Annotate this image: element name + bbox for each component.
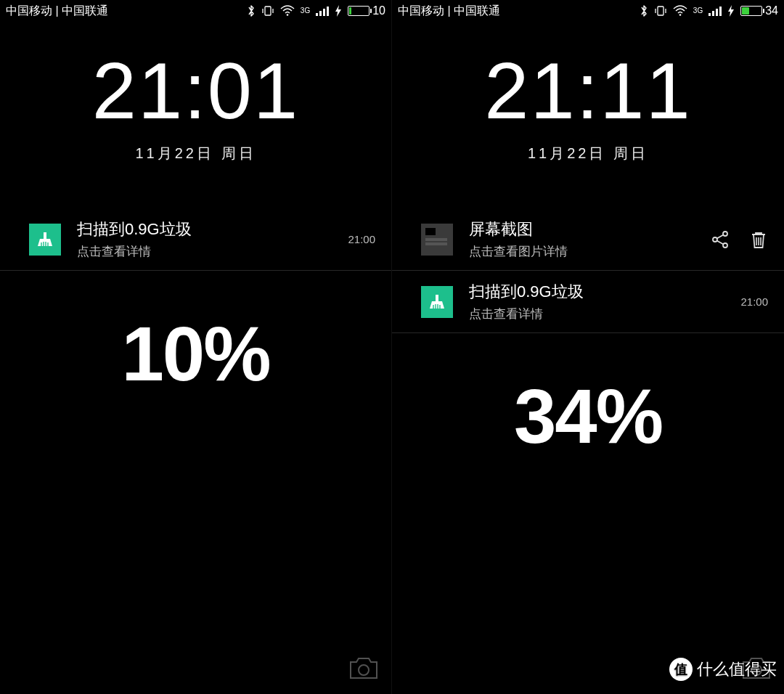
bluetooth-icon — [247, 4, 256, 17]
lock-date: 11月22日 周日 — [0, 144, 391, 163]
watermark-badge: 值 — [669, 658, 693, 681]
svg-rect-13 — [719, 7, 722, 16]
battery-icon — [740, 6, 762, 16]
charging-icon — [335, 5, 342, 17]
svg-point-1 — [287, 14, 289, 16]
notification-subtitle: 点击查看图片详情 — [469, 243, 694, 260]
signal-icon — [316, 6, 329, 16]
broom-icon — [421, 286, 453, 318]
carrier-label: 中国移动 | 中国联通 — [6, 4, 247, 19]
battery-icon — [348, 6, 369, 16]
svg-rect-11 — [712, 11, 714, 16]
battery-text: 10 — [372, 4, 385, 17]
bluetooth-icon — [640, 4, 648, 17]
watermark: 值 什么值得买 — [669, 658, 777, 681]
svg-point-7 — [359, 665, 369, 675]
network-label: 3G — [693, 7, 703, 15]
vibrate-icon — [261, 5, 274, 17]
svg-rect-4 — [323, 9, 325, 16]
notification-subtitle: 点击查看详情 — [77, 243, 326, 260]
battery-percent-overlay: 34% — [392, 373, 784, 460]
svg-rect-10 — [709, 13, 711, 16]
svg-rect-2 — [316, 13, 318, 16]
svg-point-15 — [723, 232, 727, 236]
notification-item[interactable]: 屏幕截图 点击查看图片详情 — [392, 208, 784, 271]
svg-point-9 — [679, 14, 682, 16]
network-label: 3G — [301, 7, 310, 15]
wifi-icon — [673, 5, 687, 17]
svg-rect-5 — [327, 7, 329, 16]
right-screenshot: 中国移动 | 中国联通 3G 34 21:11 11月22日 周日 — [392, 0, 784, 694]
svg-rect-17 — [436, 295, 438, 301]
svg-rect-6 — [44, 232, 46, 239]
status-bar: 中国移动 | 中国联通 3G 10 — [0, 0, 391, 22]
svg-point-16 — [723, 243, 727, 248]
screenshot-thumbnail-icon — [421, 224, 453, 256]
battery-text: 34 — [765, 4, 778, 17]
notification-title: 屏幕截图 — [469, 219, 694, 240]
charging-icon — [727, 5, 735, 17]
svg-rect-3 — [319, 11, 322, 16]
carrier-label: 中国移动 | 中国联通 — [398, 4, 640, 19]
notification-item[interactable]: 扫描到0.9G垃圾 点击查看详情 21:00 — [0, 208, 391, 271]
svg-rect-12 — [716, 9, 718, 16]
notification-title: 扫描到0.9G垃圾 — [469, 281, 719, 303]
notification-time: 21:00 — [740, 295, 768, 308]
wifi-icon — [280, 5, 295, 17]
signal-icon — [709, 6, 722, 16]
svg-rect-8 — [658, 7, 663, 15]
watermark-text: 什么值得买 — [697, 658, 777, 680]
notification-title: 扫描到0.9G垃圾 — [77, 219, 326, 240]
svg-point-14 — [713, 237, 717, 242]
trash-icon[interactable] — [749, 229, 768, 250]
camera-shortcut[interactable] — [348, 655, 380, 681]
broom-icon — [29, 224, 61, 256]
lock-date: 11月22日 周日 — [392, 144, 784, 163]
left-screenshot: 中国移动 | 中国联通 3G 10 21:01 11月22日 周日 — [0, 0, 392, 694]
status-bar: 中国移动 | 中国联通 3G 34 — [392, 0, 784, 22]
battery-percent-overlay: 10% — [0, 311, 391, 398]
lock-clock: 21:11 — [392, 51, 784, 131]
share-icon[interactable] — [710, 229, 730, 250]
svg-rect-0 — [265, 7, 271, 15]
lock-clock: 21:01 — [0, 51, 391, 131]
notification-item[interactable]: 扫描到0.9G垃圾 点击查看详情 21:00 — [392, 271, 784, 333]
notification-subtitle: 点击查看详情 — [469, 306, 719, 322]
vibrate-icon — [654, 5, 667, 17]
notification-time: 21:00 — [348, 233, 375, 245]
